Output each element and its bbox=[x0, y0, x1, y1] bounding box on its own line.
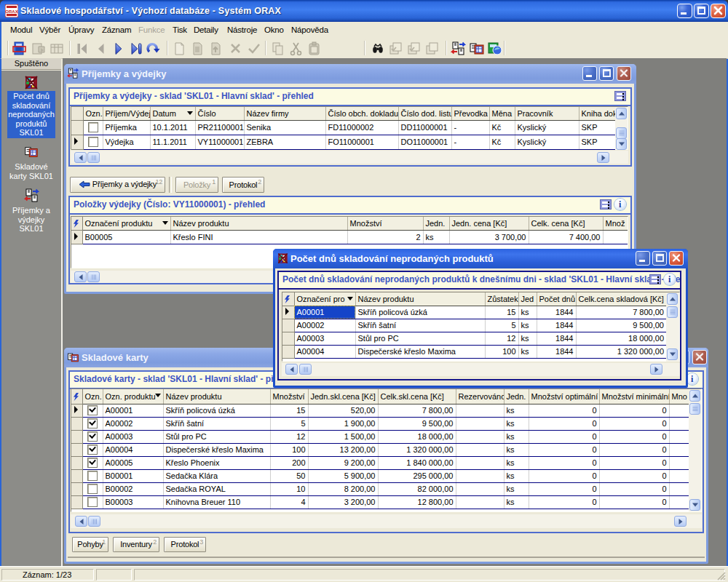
svg-text:ORAX: ORAX bbox=[5, 9, 17, 14]
